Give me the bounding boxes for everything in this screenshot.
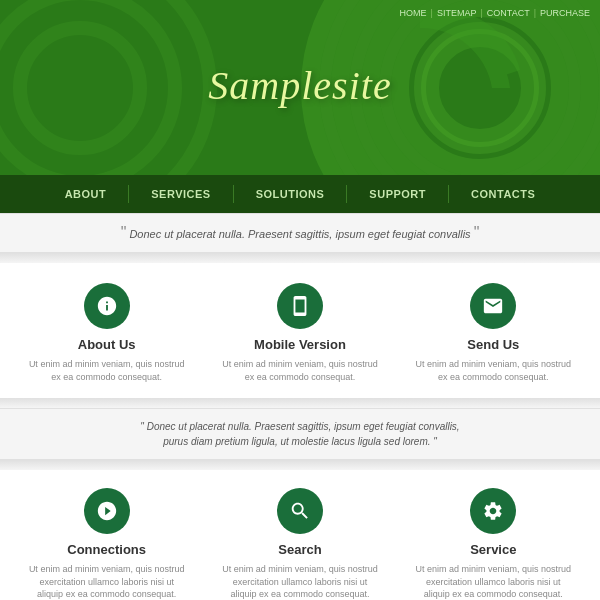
features-section-2: Connections Ut enim ad minim veniam, qui… [0, 470, 600, 600]
header: HOME | SITEMAP | CONTACT | PURCHASE Samp… [0, 0, 600, 175]
features-section-1: About Us Ut enim ad minim veniam, quis n… [0, 263, 600, 398]
nav-solutions[interactable]: SOLUTIONS [234, 175, 347, 213]
top-nav-contact[interactable]: CONTACT [487, 8, 530, 18]
feature-mobile: Mobile Version Ut enim ad minim veniam, … [220, 283, 380, 383]
top-nav-sitemap[interactable]: SITEMAP [437, 8, 477, 18]
feature-send-us-text: Ut enim ad minim veniam, quis nostrud ex… [413, 358, 573, 383]
quote1-text: Donec ut placerat nulla. Praesent sagitt… [129, 228, 470, 240]
quote-banner-1: " Donec ut placerat nulla. Praesent sagi… [0, 213, 600, 253]
about-us-icon [84, 283, 130, 329]
nav-contacts[interactable]: CONTACTS [449, 175, 557, 213]
section-separator-2 [0, 398, 600, 408]
feature-send-us-title: Send Us [413, 337, 573, 352]
nav-support[interactable]: SUPPORT [347, 175, 448, 213]
top-navigation: HOME | SITEMAP | CONTACT | PURCHASE [400, 8, 590, 18]
feature-send-us: Send Us Ut enim ad minim veniam, quis no… [413, 283, 573, 383]
feature-about-us-text: Ut enim ad minim veniam, quis nostrud ex… [27, 358, 187, 383]
feature-service-text: Ut enim ad minim veniam, quis nostrud ex… [413, 563, 573, 600]
feature-service-title: Service [413, 542, 573, 557]
feature-connections: Connections Ut enim ad minim veniam, qui… [27, 488, 187, 600]
feature-search: Search Ut enim ad minim veniam, quis nos… [220, 488, 380, 600]
section-separator-1 [0, 253, 600, 263]
nav-services[interactable]: SERVICES [129, 175, 232, 213]
search-icon [277, 488, 323, 534]
service-icon [470, 488, 516, 534]
feature-search-text: Ut enim ad minim veniam, quis nostrud ex… [220, 563, 380, 600]
feature-search-title: Search [220, 542, 380, 557]
feature-about-us-title: About Us [27, 337, 187, 352]
top-nav-home[interactable]: HOME [400, 8, 427, 18]
feature-about-us: About Us Ut enim ad minim veniam, quis n… [27, 283, 187, 383]
quote-banner-2: " Donec ut placerat nulla. Praesent sagi… [0, 408, 600, 460]
nav-about[interactable]: ABOUT [43, 175, 129, 213]
feature-mobile-title: Mobile Version [220, 337, 380, 352]
feature-mobile-text: Ut enim ad minim veniam, quis nostrud ex… [220, 358, 380, 383]
main-navigation: ABOUT SERVICES SOLUTIONS SUPPORT CONTACT… [0, 175, 600, 213]
section-separator-3 [0, 460, 600, 470]
send-us-icon [470, 283, 516, 329]
connections-icon [84, 488, 130, 534]
feature-service: Service Ut enim ad minim veniam, quis no… [413, 488, 573, 600]
mobile-icon [277, 283, 323, 329]
feature-connections-title: Connections [27, 542, 187, 557]
site-title: Samplesite [0, 62, 600, 109]
top-nav-purchase[interactable]: PURCHASE [540, 8, 590, 18]
feature-connections-text: Ut enim ad minim veniam, quis nostrud ex… [27, 563, 187, 600]
